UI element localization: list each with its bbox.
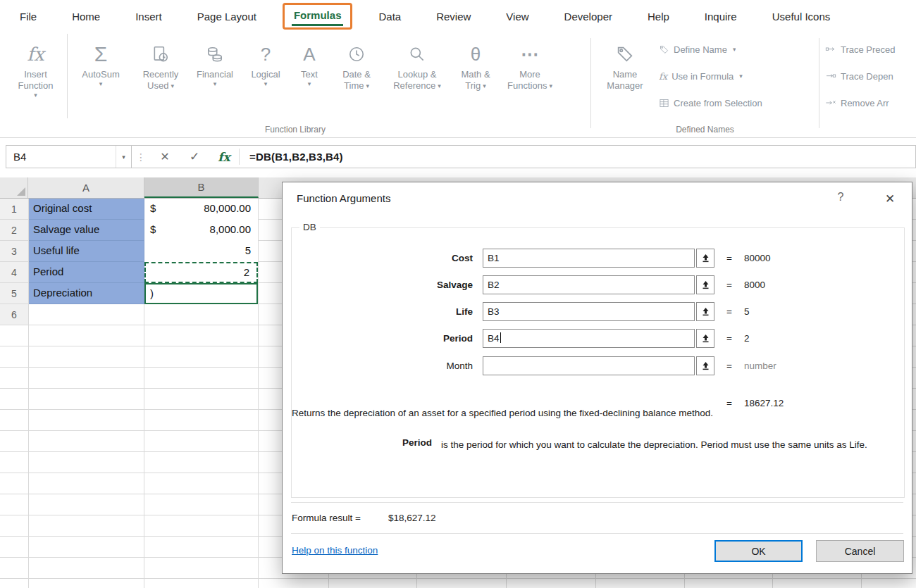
autosum-button[interactable]: Σ AutoSum ▾ xyxy=(68,34,134,118)
period-input[interactable]: B4 xyxy=(483,329,695,348)
cell-a3[interactable]: Useful life xyxy=(29,241,144,262)
tab-developer[interactable]: Developer xyxy=(564,11,612,23)
autosum-icon: Σ xyxy=(94,39,108,69)
text-icon: A xyxy=(303,39,315,69)
logical-icon: ? xyxy=(261,39,271,69)
group-function-library: fx Insert Function ▾ Σ AutoSum ▾ Recentl… xyxy=(0,32,590,137)
cell-a4[interactable]: Period xyxy=(29,262,144,283)
row-header-5[interactable]: 5 xyxy=(0,283,28,304)
row-header-1[interactable]: 1 xyxy=(0,199,28,220)
life-range-picker-button[interactable] xyxy=(696,302,714,321)
tab-file[interactable]: File xyxy=(20,11,37,23)
cell-b1[interactable]: $ 80,000.00 xyxy=(144,199,258,220)
argument-row-cost: Cost B1 = 80000 xyxy=(283,249,912,268)
cell-b5-editing[interactable]: ) xyxy=(144,283,258,304)
cell-b4-marching-ants[interactable]: 2 xyxy=(144,262,258,283)
cell-a2[interactable]: Salvage value xyxy=(29,220,144,241)
date-time-icon xyxy=(347,39,366,69)
financial-icon xyxy=(206,39,224,69)
salvage-input[interactable]: B2 xyxy=(483,275,695,294)
period-label: Period xyxy=(297,329,473,348)
ribbon-tab-bar: File Home Insert Page Layout Formulas Da… xyxy=(0,0,916,32)
period-range-picker-button[interactable] xyxy=(696,329,714,348)
month-result-placeholder: number xyxy=(744,356,776,375)
lookup-reference-icon xyxy=(408,39,426,69)
tab-insert[interactable]: Insert xyxy=(135,11,162,23)
math-trig-button[interactable]: θ Math & Trig▾ xyxy=(451,34,500,118)
month-range-picker-button[interactable] xyxy=(696,356,714,375)
more-functions-button[interactable]: ⋯ More Functions▾ xyxy=(500,34,559,118)
cancel-button[interactable]: Cancel xyxy=(816,540,904,562)
select-all-triangle-icon xyxy=(17,187,25,196)
collapse-dialog-icon xyxy=(701,254,710,263)
insert-function-fx-icon[interactable]: fx xyxy=(209,146,239,168)
tab-inquire[interactable]: Inquire xyxy=(705,11,737,23)
lookup-reference-button[interactable]: Lookup & Reference▾ xyxy=(383,34,451,118)
row-header-2[interactable]: 2 xyxy=(0,220,28,241)
name-box-dropdown-icon[interactable]: ▾ xyxy=(116,146,131,168)
text-button[interactable]: A Text ▾ xyxy=(289,34,330,118)
help-on-this-function-link[interactable]: Help on this function xyxy=(292,545,378,556)
parameter-description: is the period for which you want to calc… xyxy=(441,437,903,452)
life-label: Life xyxy=(297,302,473,321)
life-input[interactable]: B3 xyxy=(483,302,695,321)
ok-button[interactable]: OK xyxy=(714,540,803,562)
tab-useful-icons[interactable]: Useful Icons xyxy=(772,11,831,23)
name-manager-button[interactable]: Name Manager xyxy=(598,34,652,118)
tab-help[interactable]: Help xyxy=(648,11,669,23)
dialog-help-button[interactable]: ? xyxy=(832,191,849,204)
cost-input[interactable]: B1 xyxy=(483,249,695,268)
group-label-function-library: Function Library xyxy=(0,125,590,135)
month-input[interactable] xyxy=(483,356,695,375)
logical-button[interactable]: ? Logical ▾ xyxy=(242,34,289,118)
cell-a1[interactable]: Original cost xyxy=(29,199,144,220)
trace-precedents-button[interactable]: Trace Preced xyxy=(825,41,896,58)
recently-used-icon xyxy=(151,39,170,69)
equals-sign: = xyxy=(726,302,732,321)
remove-arrows-button[interactable]: Remove Arr xyxy=(825,94,889,111)
formula-bar-drag-dots-icon[interactable]: ⋮ xyxy=(132,146,150,168)
recently-used-button[interactable]: Recently Used▾ xyxy=(134,34,187,118)
group-defined-names: Name Manager Define Name ▾ fx Use in For… xyxy=(591,32,819,137)
formula-result-label: Formula result = xyxy=(292,508,361,529)
tab-formulas[interactable]: Formulas xyxy=(294,9,342,21)
trace-dependents-button[interactable]: Trace Depen xyxy=(825,68,893,85)
cell-b2[interactable]: $ 8,000.00 xyxy=(144,220,258,241)
cell-b3[interactable]: 5 xyxy=(144,241,258,262)
group-label-defined-names: Defined Names xyxy=(591,125,819,135)
row-header-3[interactable]: 3 xyxy=(0,241,28,262)
create-from-selection-button[interactable]: Create from Selection xyxy=(659,94,762,111)
cost-result: 80000 xyxy=(744,249,771,268)
name-box[interactable]: B4 ▾ xyxy=(6,146,132,168)
column-header-a[interactable]: A xyxy=(28,177,144,198)
define-name-button[interactable]: Define Name ▾ xyxy=(659,41,736,58)
formula-input[interactable]: =DB(B1,B2,B3,B4) xyxy=(240,146,915,168)
salvage-range-picker-button[interactable] xyxy=(696,275,714,294)
use-in-formula-button[interactable]: fx Use in Formula ▾ xyxy=(659,68,743,85)
tab-review[interactable]: Review xyxy=(436,11,471,23)
dialog-title: Function Arguments xyxy=(297,192,390,204)
enter-entry-icon[interactable]: ✓ xyxy=(180,146,209,168)
equals-sign: = xyxy=(726,356,732,375)
cost-label: Cost xyxy=(297,249,473,268)
select-all-corner[interactable] xyxy=(0,177,28,198)
formula-bar: B4 ▾ ⋮ ✕ ✓ fx =DB(B1,B2,B3,B4) xyxy=(0,138,916,177)
date-time-button[interactable]: Date & Time▾ xyxy=(330,34,383,118)
financial-button[interactable]: Financial ▾ xyxy=(187,34,242,118)
cancel-entry-icon[interactable]: ✕ xyxy=(150,146,180,168)
column-header-b[interactable]: B xyxy=(144,177,259,198)
currency-symbol: $ xyxy=(150,199,156,220)
text-caret xyxy=(500,332,501,343)
row-header-4[interactable]: 4 xyxy=(0,262,28,283)
tab-home[interactable]: Home xyxy=(72,11,100,23)
tab-page-layout[interactable]: Page Layout xyxy=(197,11,256,23)
insert-function-button[interactable]: fx Insert Function ▾ xyxy=(4,34,68,118)
dialog-separator xyxy=(291,502,903,503)
dialog-close-button[interactable]: ✕ xyxy=(878,189,902,209)
tab-view[interactable]: View xyxy=(506,11,528,23)
argument-row-salvage: Salvage B2 = 8000 xyxy=(283,275,912,294)
cost-range-picker-button[interactable] xyxy=(696,249,714,268)
tab-data[interactable]: Data xyxy=(378,11,401,23)
cell-a5[interactable]: Depreciation xyxy=(29,283,144,304)
row-header-6[interactable]: 6 xyxy=(0,304,28,325)
